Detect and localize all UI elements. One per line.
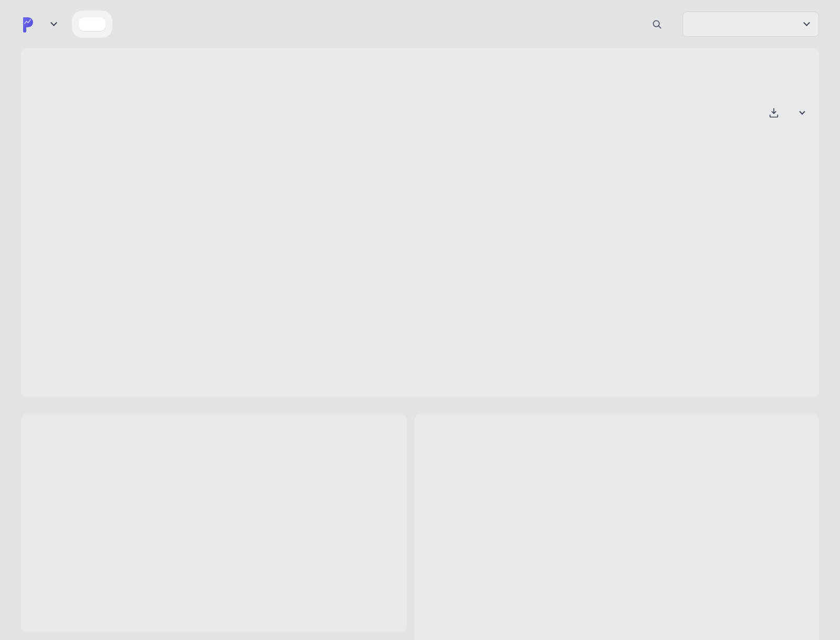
search-icon — [652, 19, 662, 29]
date-range-select[interactable] — [682, 12, 819, 37]
filter-button[interactable] — [652, 19, 667, 29]
filter-chip[interactable] — [79, 17, 106, 31]
top-right-controls — [652, 12, 819, 37]
top-pages-card — [415, 414, 819, 640]
site-switcher[interactable] — [21, 16, 56, 33]
analytics-panel — [21, 48, 819, 397]
plausible-logo-icon — [21, 16, 36, 33]
chevron-down-icon — [803, 19, 810, 26]
top-channels-card — [21, 414, 407, 632]
filter-chip-highlight — [72, 10, 112, 38]
visitors-line-chart[interactable] — [34, 86, 806, 359]
chevron-down-icon — [50, 19, 57, 26]
top-bar — [0, 0, 840, 48]
stats-row — [34, 48, 806, 60]
